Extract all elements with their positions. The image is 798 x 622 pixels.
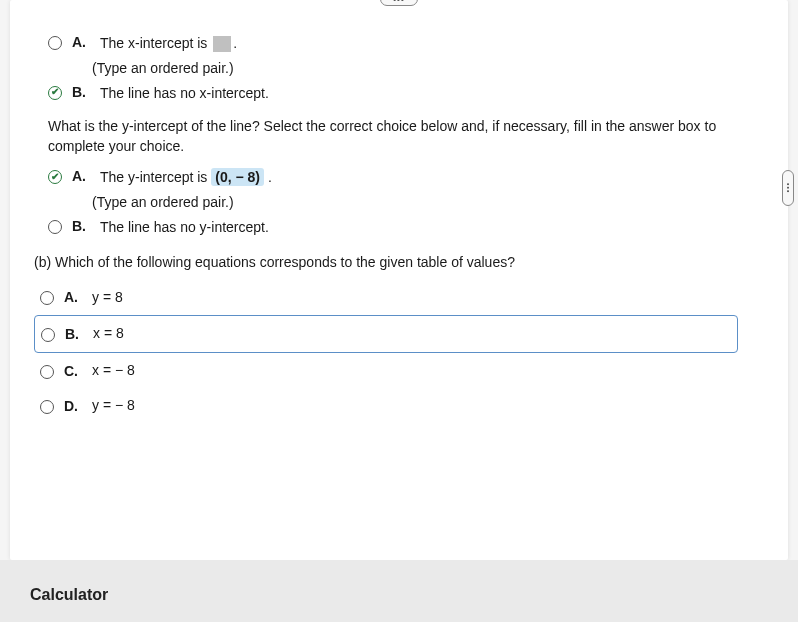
option-hint: (Type an ordered pair.) (92, 194, 768, 210)
question-panel: ••• ••• A. The x-intercept is . (Type an… (10, 0, 788, 560)
x-intercept-option-b[interactable]: B. The line has no x-intercept. (48, 84, 768, 104)
equation-option-d[interactable]: D. y = − 8 (34, 388, 768, 424)
equation-option-c[interactable]: C. x = − 8 (34, 353, 768, 389)
radio-icon[interactable] (40, 365, 54, 379)
radio-icon[interactable] (48, 220, 62, 234)
footer-bar: Calculator (0, 560, 798, 622)
radio-icon[interactable] (40, 291, 54, 305)
option-hint: (Type an ordered pair.) (92, 60, 768, 76)
option-text: x = − 8 (92, 361, 135, 381)
radio-icon[interactable] (41, 328, 55, 342)
option-letter: B. (65, 326, 83, 342)
option-text: The y-intercept is (0, − 8) . (100, 168, 272, 188)
option-letter: A. (64, 289, 82, 305)
radio-checked-icon[interactable] (48, 86, 62, 100)
equation-choices: A. y = 8 B. x = 8 C. x = − 8 D. y = − 8 (30, 280, 768, 424)
option-letter: A. (72, 168, 90, 184)
radio-icon[interactable] (40, 400, 54, 414)
option-text: y = − 8 (92, 396, 135, 416)
text-prefix: The x-intercept is (100, 35, 207, 51)
option-letter: B. (72, 84, 90, 100)
y-intercept-question: What is the y-intercept of the line? Sel… (48, 117, 768, 156)
y-intercept-option-a[interactable]: A. The y-intercept is (0, − 8) . (48, 168, 768, 188)
answer-value[interactable]: (0, − 8) (211, 168, 264, 186)
text-prefix: The y-intercept is (100, 169, 207, 185)
equation-option-a[interactable]: A. y = 8 (34, 280, 768, 316)
option-letter: C. (64, 363, 82, 379)
option-text: x = 8 (93, 324, 124, 344)
answer-blank[interactable] (213, 36, 231, 52)
x-intercept-option-a[interactable]: A. The x-intercept is . (48, 34, 768, 54)
option-letter: D. (64, 398, 82, 414)
option-letter: A. (72, 34, 90, 50)
equation-option-b[interactable]: B. x = 8 (34, 315, 738, 353)
option-text: The line has no y-intercept. (100, 218, 269, 238)
text-suffix: . (268, 169, 272, 185)
option-letter: B. (72, 218, 90, 234)
radio-icon[interactable] (48, 36, 62, 50)
equation-question: (b) Which of the following equations cor… (34, 254, 768, 270)
content-area: A. The x-intercept is . (Type an ordered… (30, 10, 768, 424)
radio-checked-icon[interactable] (48, 170, 62, 184)
option-text: y = 8 (92, 288, 123, 308)
drag-handle-right[interactable]: ••• (782, 170, 794, 206)
y-intercept-option-b[interactable]: B. The line has no y-intercept. (48, 218, 768, 238)
option-text: The x-intercept is . (100, 34, 237, 54)
option-text: The line has no x-intercept. (100, 84, 269, 104)
drag-handle-top[interactable]: ••• (380, 0, 418, 6)
calculator-button[interactable]: Calculator (30, 586, 108, 604)
text-suffix: . (233, 35, 237, 51)
